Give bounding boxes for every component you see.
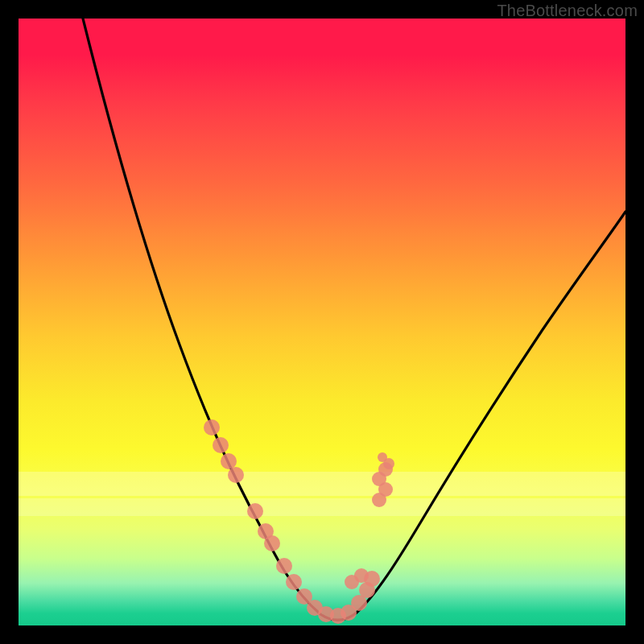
svg-point-13 [276,558,292,574]
curve-path [83,19,625,620]
svg-point-6 [264,535,280,551]
svg-point-1 [213,437,229,453]
svg-point-14 [286,574,302,590]
svg-point-10 [372,493,386,507]
svg-point-0 [204,419,220,436]
markers-left [204,419,280,551]
svg-point-2 [221,453,237,469]
svg-point-4 [247,503,263,519]
chart-curve-layer [19,19,625,625]
watermark-text: TheBottleneck.com [497,2,638,20]
chart-plot-area [19,19,625,625]
chart-stage: TheBottleneck.com [0,0,644,644]
markers-right-upper [372,452,394,507]
svg-point-3 [228,467,244,483]
svg-point-24 [345,575,359,589]
svg-point-12 [378,452,387,462]
markers-valley [276,558,380,624]
